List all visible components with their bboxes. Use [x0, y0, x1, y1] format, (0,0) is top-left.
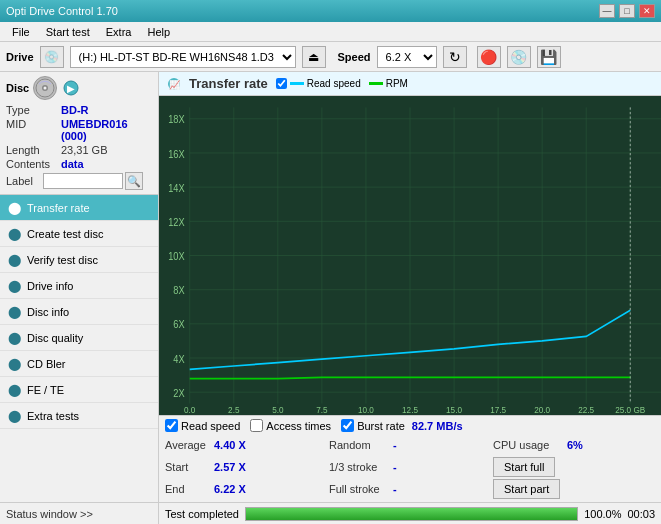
- menu-help[interactable]: Help: [139, 24, 178, 40]
- legend-read-speed-color: [290, 82, 304, 85]
- legend-read-speed-label: Read speed: [307, 78, 361, 89]
- refresh-button[interactable]: ↻: [443, 46, 467, 68]
- disc-icon2: 💿: [507, 46, 531, 68]
- disc-header: Disc ▶: [6, 76, 152, 100]
- drive-label: Drive: [6, 51, 34, 63]
- status-right: Test completed 100.0% 00:03: [159, 507, 661, 521]
- verify-test-disc-icon: ⬤: [8, 253, 21, 267]
- disc-length-label: Length: [6, 144, 61, 156]
- nav-fe-te[interactable]: ⬤ FE / TE: [0, 377, 158, 403]
- nav-disc-info[interactable]: ⬤ Disc info: [0, 299, 158, 325]
- stat-onethird-row: 1/3 stroke -: [329, 457, 491, 477]
- disc-section-label: Disc: [6, 82, 29, 94]
- menu-extra[interactable]: Extra: [98, 24, 140, 40]
- legend-read-speed-check[interactable]: [276, 78, 287, 89]
- end-value: 6.22 X: [214, 483, 254, 495]
- random-label: Random: [329, 439, 389, 451]
- disc-mid-label: MID: [6, 118, 61, 142]
- nav-extra-tests-label: Extra tests: [27, 410, 79, 422]
- disc-quality-icon: ⬤: [8, 331, 21, 345]
- menu-file[interactable]: File: [4, 24, 38, 40]
- checkbox-read-speed: Read speed: [165, 419, 240, 432]
- disc-length-row: Length 23,31 GB: [6, 144, 152, 156]
- minimize-button[interactable]: —: [599, 4, 615, 18]
- start-value: 2.57 X: [214, 461, 254, 473]
- nav-disc-quality[interactable]: ⬤ Disc quality: [0, 325, 158, 351]
- start-part-button[interactable]: Start part: [493, 479, 560, 499]
- eject-button[interactable]: ⏏: [302, 46, 326, 68]
- drive-icon: 💿: [40, 46, 64, 68]
- maximize-button[interactable]: □: [619, 4, 635, 18]
- stat-start-row: Start 2.57 X: [165, 457, 327, 477]
- status-left: Status window >>: [0, 503, 159, 524]
- nav-transfer-rate[interactable]: ⬤ Transfer rate: [0, 195, 158, 221]
- nav-extra-tests[interactable]: ⬤ Extra tests: [0, 403, 158, 429]
- burst-rate-checkbox-label: Burst rate: [357, 420, 405, 432]
- nav-create-test-disc[interactable]: ⬤ Create test disc: [0, 221, 158, 247]
- stat-average-row: Average 4.40 X: [165, 435, 327, 455]
- legend-read-speed: Read speed: [276, 78, 361, 89]
- start-full-button[interactable]: Start full: [493, 457, 555, 477]
- svg-text:0.0: 0.0: [184, 404, 196, 415]
- nav-cd-bler[interactable]: ⬤ CD Bler: [0, 351, 158, 377]
- disc-mid-value: UMEBDR016 (000): [61, 118, 152, 142]
- drive-info-icon: ⬤: [8, 279, 21, 293]
- svg-text:18X: 18X: [168, 114, 185, 126]
- read-speed-checkbox[interactable]: [165, 419, 178, 432]
- cpu-usage-label: CPU usage: [493, 439, 563, 451]
- nav-cd-bler-label: CD Bler: [27, 358, 66, 370]
- disc-type-value: BD-R: [61, 104, 89, 116]
- stat-random-row: Random -: [329, 435, 491, 455]
- checkbox-burst-rate: Burst rate 82.7 MB/s: [341, 419, 462, 432]
- disc-action-icon[interactable]: ▶: [61, 78, 81, 98]
- cpu-usage-value: 6%: [567, 439, 583, 451]
- window-controls[interactable]: — □ ✕: [599, 4, 655, 18]
- start-label: Start: [165, 461, 210, 473]
- menu-start-test[interactable]: Start test: [38, 24, 98, 40]
- create-test-disc-icon: ⬤: [8, 227, 21, 241]
- svg-text:📈: 📈: [169, 79, 181, 91]
- chart-stats: Average 4.40 X Random - CPU usage 6% Sta…: [165, 435, 655, 499]
- burn-icon: 🔴: [477, 46, 501, 68]
- time-text: 00:03: [627, 508, 655, 520]
- nav-drive-info[interactable]: ⬤ Drive info: [0, 273, 158, 299]
- disc-image-icon: [33, 76, 57, 100]
- drive-select[interactable]: (H:) HL-DT-ST BD-RE WH16NS48 1.D3: [70, 46, 296, 68]
- svg-text:12X: 12X: [168, 216, 185, 228]
- chart-icon: 📈: [167, 77, 181, 91]
- titlebar: Opti Drive Control 1.70 — □ ✕: [0, 0, 661, 22]
- nav-create-test-disc-label: Create test disc: [27, 228, 103, 240]
- nav-verify-test-disc-label: Verify test disc: [27, 254, 98, 266]
- nav-verify-test-disc[interactable]: ⬤ Verify test disc: [0, 247, 158, 273]
- svg-text:2.5: 2.5: [228, 404, 240, 415]
- access-times-checkbox[interactable]: [250, 419, 263, 432]
- svg-text:8X: 8X: [173, 285, 185, 297]
- svg-text:17.5: 17.5: [490, 404, 506, 415]
- disc-contents-label: Contents: [6, 158, 61, 170]
- full-stroke-label: Full stroke: [329, 483, 389, 495]
- svg-text:10.0: 10.0: [358, 404, 374, 415]
- legend-rpm-color: [369, 82, 383, 85]
- save-icon[interactable]: 💾: [537, 46, 561, 68]
- status-text: Test completed: [165, 508, 239, 520]
- status-window-btn[interactable]: Status window >>: [6, 508, 93, 520]
- disc-table: Type BD-R MID UMEBDR016 (000) Length 23,…: [6, 104, 152, 190]
- disc-label-input[interactable]: [43, 173, 123, 189]
- close-button[interactable]: ✕: [639, 4, 655, 18]
- svg-text:2X: 2X: [173, 387, 185, 399]
- svg-text:22.5: 22.5: [578, 404, 594, 415]
- burst-rate-value: 82.7 MB/s: [412, 420, 463, 432]
- disc-label-btn[interactable]: 🔍: [125, 172, 143, 190]
- app-title: Opti Drive Control 1.70: [6, 5, 118, 17]
- fe-te-icon: ⬤: [8, 383, 21, 397]
- burst-rate-checkbox[interactable]: [341, 419, 354, 432]
- chart-title: Transfer rate: [189, 76, 268, 91]
- svg-text:25.0 GB: 25.0 GB: [615, 404, 645, 415]
- full-stroke-value: -: [393, 483, 413, 495]
- nav-transfer-rate-label: Transfer rate: [27, 202, 90, 214]
- stat-start-full-row: Start full: [493, 457, 655, 477]
- access-times-checkbox-label: Access times: [266, 420, 331, 432]
- onethird-label: 1/3 stroke: [329, 461, 389, 473]
- speed-select[interactable]: 6.2 X: [377, 46, 437, 68]
- svg-point-2: [44, 87, 47, 90]
